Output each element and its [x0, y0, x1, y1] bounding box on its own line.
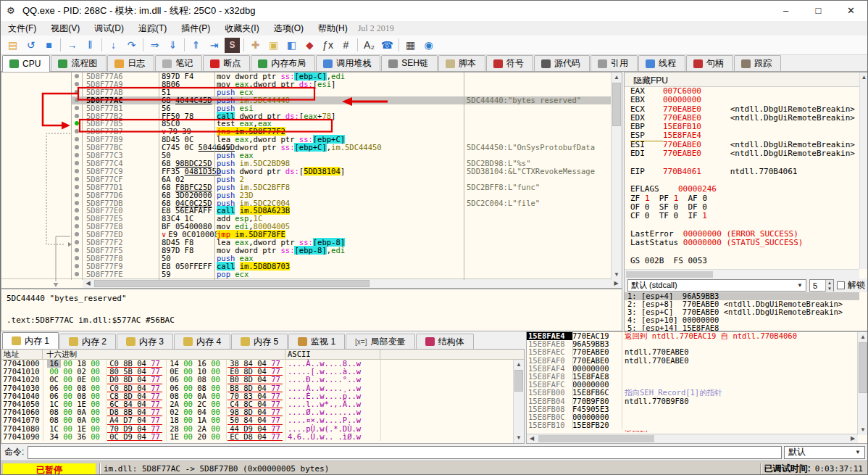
- byte[interactable]: 77: [149, 425, 162, 433]
- menu-item[interactable]: 插件(P): [174, 21, 217, 36]
- breakpoint-cell[interactable]: [71, 199, 83, 207]
- calling-convention-select[interactable]: 默认 (stdcall) ▼: [627, 279, 806, 292]
- byte[interactable]: 08: [47, 416, 61, 424]
- unlock-checkbox[interactable]: [837, 281, 845, 289]
- tab-脚本[interactable]: 脚本: [438, 55, 485, 71]
- stack-row[interactable]: 15E8FB1015E8FB20: [527, 421, 868, 429]
- register-line[interactable]: EAX007C6000: [625, 87, 859, 96]
- tab-SEH链[interactable]: SEH链: [381, 55, 438, 71]
- byte[interactable]: 04: [135, 416, 149, 424]
- highlight-button[interactable]: A₂: [360, 37, 378, 54]
- breakpoint-cell[interactable]: [71, 207, 83, 215]
- hash-button[interactable]: #: [337, 37, 355, 54]
- byte[interactable]: 0C: [47, 376, 61, 384]
- breakpoint-cell[interactable]: [71, 255, 83, 263]
- byte[interactable]: 04: [255, 416, 269, 424]
- tab-监视 1[interactable]: 监视 1: [288, 334, 345, 349]
- breakpoint-cell[interactable]: [71, 152, 83, 160]
- tab-内存 5[interactable]: 内存 5: [231, 334, 288, 349]
- dump-row[interactable]: 770410801C001E0070D9047728002A0044D90477…: [1, 425, 524, 433]
- breakpoint-cell[interactable]: [71, 239, 83, 247]
- comments-button[interactable]: ▣: [264, 37, 283, 54]
- byte[interactable]: 84: [241, 416, 255, 424]
- byte[interactable]: 08: [195, 376, 209, 384]
- stack-hscrollbar[interactable]: ◀ ▶: [527, 434, 858, 443]
- tab-内存 2[interactable]: 内存 2: [59, 334, 116, 349]
- breakpoint-cell[interactable]: [71, 231, 83, 239]
- byte[interactable]: 00: [88, 376, 102, 384]
- byte[interactable]: 00: [181, 376, 195, 384]
- maximize-button[interactable]: □: [802, 1, 835, 21]
- scylla-button[interactable]: S: [225, 38, 240, 53]
- breakpoint-cell[interactable]: [71, 160, 83, 168]
- menu-item[interactable]: 调试(D): [87, 21, 131, 36]
- byte[interactable]: 00: [61, 376, 75, 384]
- tab-局部变量[interactable]: [x=]局部变量: [346, 334, 414, 349]
- byte[interactable]: 36: [75, 433, 88, 441]
- byte[interactable]: 77: [149, 376, 162, 384]
- tab-引用[interactable]: 引用: [591, 55, 638, 71]
- close-button[interactable]: ✕: [835, 1, 867, 21]
- patch-button[interactable]: ✚: [246, 37, 264, 54]
- byte[interactable]: 00: [181, 425, 195, 433]
- restart-button[interactable]: ↺: [22, 37, 40, 54]
- globe-button[interactable]: ◉: [420, 37, 438, 54]
- breakpoint-cell[interactable]: [71, 88, 83, 96]
- byte[interactable]: 0A: [75, 416, 88, 424]
- bookmarks-button[interactable]: ◆: [301, 37, 319, 54]
- breakpoint-cell[interactable]: [71, 183, 83, 191]
- byte[interactable]: 00: [209, 425, 222, 433]
- disassembly-hscrollbar[interactable]: ◀ ▶: [1, 278, 622, 288]
- breakpoint-cell[interactable]: [71, 104, 83, 112]
- byte[interactable]: D7: [121, 416, 135, 424]
- byte[interactable]: EC: [228, 433, 241, 441]
- byte[interactable]: 8D: [241, 376, 255, 384]
- menu-item[interactable]: 收藏夹(I): [217, 21, 266, 36]
- byte[interactable]: 00: [181, 416, 195, 424]
- breakpoint-cell[interactable]: [71, 247, 83, 255]
- breakpoint-cell[interactable]: [71, 80, 83, 88]
- byte[interactable]: 04: [255, 376, 269, 384]
- byte[interactable]: 04: [135, 376, 149, 384]
- stack-row[interactable]: 15E8FB0015E8FB6C指向SEH_Record[1]的指针: [527, 389, 868, 397]
- byte[interactable]: 04: [255, 425, 269, 433]
- byte[interactable]: 77: [149, 416, 162, 424]
- call-stack-phone-button[interactable]: ☎: [378, 37, 396, 54]
- breakpoint-cell[interactable]: [71, 96, 83, 104]
- menu-item[interactable]: 文件(F): [1, 21, 43, 36]
- byte[interactable]: 70: [107, 425, 121, 433]
- byte[interactable]: B0: [228, 376, 241, 384]
- byte[interactable]: 1C: [47, 425, 61, 433]
- byte[interactable]: 20: [195, 433, 209, 441]
- tab-内存布局[interactable]: 内存布局: [251, 55, 315, 71]
- byte[interactable]: 00: [61, 416, 75, 424]
- step-into-button[interactable]: ↓: [104, 37, 122, 54]
- byte[interactable]: 77: [149, 433, 162, 441]
- byte[interactable]: 1E: [167, 433, 181, 441]
- register-line[interactable]: GS 002B FS 0053: [625, 257, 859, 265]
- breakpoint-cell[interactable]: [71, 223, 83, 231]
- run-until-return-button[interactable]: ⇑: [187, 37, 205, 54]
- byte[interactable]: 2A: [195, 425, 209, 433]
- tab-符号[interactable]: 符号: [486, 55, 533, 71]
- run-button[interactable]: →: [63, 37, 81, 54]
- disasm-row[interactable]: 5D8F77D668 3D020000push 23D: [1, 191, 622, 199]
- stack-vscrollbar[interactable]: ▲ ▼: [857, 332, 868, 435]
- menu-item[interactable]: 选项(O): [267, 21, 311, 36]
- byte[interactable]: 00: [209, 376, 222, 384]
- register-line[interactable]: EIP770B4061 ntdll.770B4061: [625, 168, 859, 176]
- byte[interactable]: D9: [121, 425, 135, 433]
- byte[interactable]: D9: [121, 433, 135, 441]
- argument-row[interactable]: 5: [esp+14] 15E8FAE8: [625, 324, 859, 331]
- pause-button[interactable]: ‖: [81, 37, 99, 54]
- tab-CPU[interactable]: CPU: [2, 55, 50, 72]
- byte[interactable]: 34: [47, 433, 61, 441]
- calculator-button[interactable]: ▦: [401, 37, 420, 54]
- byte[interactable]: 06: [167, 376, 181, 384]
- tab-源代码[interactable]: 源代码: [534, 55, 590, 71]
- functions-button[interactable]: ƒx: [319, 37, 337, 54]
- byte[interactable]: 77: [269, 376, 283, 384]
- byte[interactable]: A4: [107, 416, 121, 424]
- dump-row[interactable]: 7704107008000A00A4D7047718001A0050840477…: [1, 416, 524, 424]
- run-to-user-code-button[interactable]: ⇒: [146, 37, 164, 54]
